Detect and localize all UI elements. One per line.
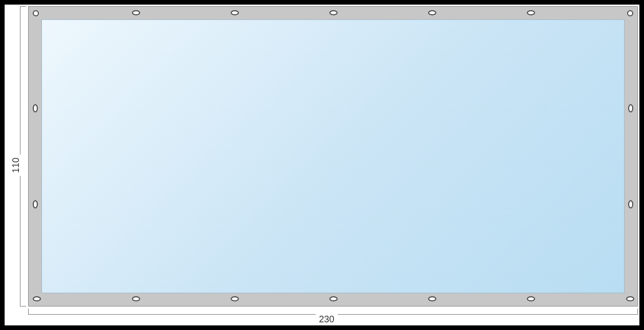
eyelet-icon [527,10,535,15]
dimension-height-label: 110 [11,5,21,325]
eyelet-corner-icon [33,10,39,16]
eyelet-corner-icon [627,10,633,16]
eyelet-icon [231,10,239,15]
dimension-width-label: 230 [5,314,644,325]
eyelet-icon [33,200,38,208]
eyelet-icon [628,200,633,208]
eyelet-icon [428,10,436,15]
dimension-height-value: 110 [11,154,21,176]
eyelet-icon [329,10,338,15]
eyelet-icon [33,104,38,112]
dimension-width-value: 230 [316,314,337,324]
panel-glass [41,19,625,293]
eyelet-icon [329,296,338,301]
eyelet-icon [231,296,239,301]
eyelet-icon [132,296,140,301]
eyelet-icon [626,296,634,301]
eyelet-icon [33,296,41,301]
diagram-canvas: 230 110 [5,5,639,325]
eyelet-icon [428,296,436,301]
eyelet-icon [628,104,633,112]
eyelet-icon [527,296,535,301]
eyelet-icon [132,10,140,15]
